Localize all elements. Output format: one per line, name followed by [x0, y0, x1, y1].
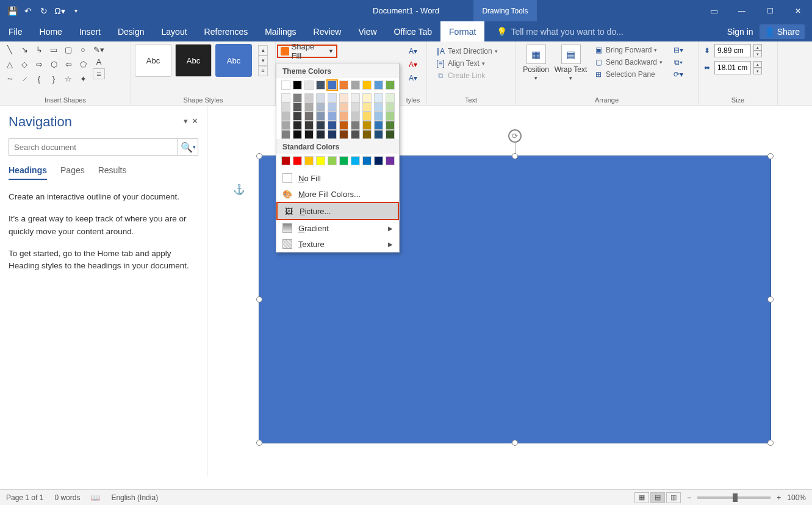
- zoom-out-button[interactable]: −: [687, 493, 691, 502]
- tell-me-search[interactable]: 💡Tell me what you want to do...: [484, 21, 727, 41]
- color-swatch[interactable]: [328, 121, 337, 130]
- shape-line-icon[interactable]: ╲: [4, 44, 16, 55]
- color-swatch[interactable]: [316, 81, 325, 90]
- color-swatch[interactable]: [362, 121, 372, 130]
- shape-line-arrow-icon[interactable]: ↘: [18, 44, 31, 55]
- color-swatch[interactable]: [362, 102, 372, 112]
- color-swatch[interactable]: [293, 121, 302, 130]
- zoom-level[interactable]: 100%: [787, 493, 806, 502]
- shape-diamond-icon[interactable]: ◇: [18, 59, 31, 70]
- color-swatch[interactable]: [351, 130, 360, 139]
- shapes-more-icon[interactable]: ≡: [93, 68, 105, 79]
- tab-office-tab[interactable]: Office Tab: [386, 21, 441, 41]
- color-swatch[interactable]: [362, 130, 372, 139]
- sign-in-link[interactable]: Sign in: [727, 27, 753, 37]
- color-swatch[interactable]: [293, 81, 302, 90]
- height-field[interactable]: ⬍▴▾: [702, 44, 774, 57]
- color-swatch[interactable]: [328, 102, 337, 112]
- color-swatch[interactable]: [362, 81, 372, 90]
- zoom-in-button[interactable]: +: [777, 493, 781, 502]
- shapes-gallery[interactable]: ╲↘↳▭▢○ △◇⇨⬡⇦⬠ ～⟋{}☆✦: [4, 44, 90, 87]
- tab-review[interactable]: Review: [305, 21, 350, 41]
- tab-format[interactable]: Format: [440, 21, 484, 41]
- style-preset-2[interactable]: Abc: [175, 44, 212, 77]
- color-swatch[interactable]: [316, 93, 325, 102]
- shape-arrow-icon[interactable]: ⇨: [33, 59, 45, 70]
- wordart-fill-icon[interactable]: A▾: [408, 60, 418, 70]
- style-preset-3[interactable]: Abc: [215, 44, 252, 77]
- web-layout-button[interactable]: ▥: [666, 492, 681, 503]
- tab-design[interactable]: Design: [109, 21, 153, 41]
- resize-handle[interactable]: [767, 153, 774, 159]
- color-swatch[interactable]: [293, 93, 302, 102]
- resize-handle[interactable]: [256, 296, 262, 303]
- color-swatch[interactable]: [374, 130, 383, 139]
- color-swatch[interactable]: [374, 156, 383, 165]
- color-swatch[interactable]: [304, 112, 314, 121]
- align-button[interactable]: ⊟▾: [674, 45, 683, 55]
- nav-tab-headings[interactable]: Headings: [9, 165, 47, 180]
- color-swatch[interactable]: [281, 93, 290, 102]
- shape-hexagon-icon[interactable]: ⬡: [48, 59, 60, 70]
- tab-view[interactable]: View: [350, 21, 385, 41]
- shape-brace-icon[interactable]: {: [33, 73, 45, 84]
- shape-rect-icon[interactable]: ▭: [48, 44, 60, 55]
- color-swatch[interactable]: [386, 156, 395, 165]
- color-swatch[interactable]: [374, 81, 383, 90]
- create-link-button[interactable]: ⧉Create Link: [436, 71, 506, 81]
- width-input[interactable]: [714, 61, 751, 74]
- color-swatch[interactable]: [374, 93, 383, 102]
- search-input[interactable]: [9, 138, 178, 156]
- tab-file[interactable]: File: [0, 21, 31, 41]
- color-swatch[interactable]: [374, 112, 383, 121]
- text-box-icon[interactable]: A: [93, 56, 105, 67]
- shape-brace2-icon[interactable]: }: [48, 73, 60, 84]
- color-swatch[interactable]: [386, 81, 395, 90]
- shape-connector-icon[interactable]: ↳: [33, 44, 45, 55]
- minimize-button[interactable]: —: [728, 0, 756, 21]
- color-swatch[interactable]: [386, 130, 395, 139]
- color-swatch[interactable]: [386, 121, 395, 130]
- color-swatch[interactable]: [281, 156, 290, 165]
- page-status[interactable]: Page 1 of 1: [6, 493, 43, 502]
- color-swatch[interactable]: [328, 81, 337, 90]
- color-swatch[interactable]: [316, 156, 325, 165]
- color-swatch[interactable]: [328, 93, 337, 102]
- style-gallery-scroll[interactable]: ▴▾≡: [258, 45, 268, 76]
- maximize-button[interactable]: ☐: [756, 0, 784, 21]
- resize-handle[interactable]: [512, 153, 518, 159]
- shape-fill-button[interactable]: Shape Fill ▼: [277, 45, 337, 58]
- resize-handle[interactable]: [767, 296, 774, 303]
- language-status[interactable]: English (India): [111, 493, 158, 502]
- align-text-button[interactable]: [≡]Align Text▾: [436, 59, 506, 68]
- color-swatch[interactable]: [339, 130, 348, 139]
- resize-handle[interactable]: [767, 440, 774, 446]
- read-mode-button[interactable]: ▦: [634, 492, 649, 503]
- more-fill-colors-item[interactable]: 🎨More Fill Colors...: [276, 186, 399, 202]
- shape-callout-icon[interactable]: ✦: [77, 73, 89, 84]
- color-swatch[interactable]: [362, 156, 372, 165]
- print-layout-button[interactable]: ▤: [650, 492, 665, 503]
- wordart-quick-icon[interactable]: A▾: [408, 46, 418, 56]
- color-swatch[interactable]: [328, 130, 337, 139]
- shape-star-icon[interactable]: ☆: [62, 73, 74, 84]
- resize-handle[interactable]: [256, 153, 262, 159]
- shape-curve-icon[interactable]: ～: [4, 73, 16, 84]
- color-swatch[interactable]: [304, 93, 314, 102]
- shape-oval-icon[interactable]: ○: [77, 44, 89, 55]
- shape-roundrect-icon[interactable]: ▢: [62, 44, 74, 55]
- resize-handle[interactable]: [256, 440, 262, 446]
- nav-tab-results[interactable]: Results: [98, 165, 127, 180]
- color-swatch[interactable]: [339, 121, 348, 130]
- wrap-text-button[interactable]: ▤Wrap Text▾: [554, 44, 587, 82]
- share-button[interactable]: 👤Share: [760, 24, 805, 39]
- rotate-handle-icon[interactable]: ⟳: [508, 129, 522, 143]
- nav-tab-pages[interactable]: Pages: [60, 165, 85, 180]
- send-backward-button[interactable]: ▢Send Backward▾: [594, 57, 663, 67]
- color-swatch[interactable]: [281, 112, 290, 121]
- save-icon[interactable]: 💾: [6, 5, 18, 17]
- color-swatch[interactable]: [374, 121, 383, 130]
- color-swatch[interactable]: [351, 156, 360, 165]
- color-swatch[interactable]: [304, 102, 314, 112]
- color-swatch[interactable]: [281, 81, 290, 90]
